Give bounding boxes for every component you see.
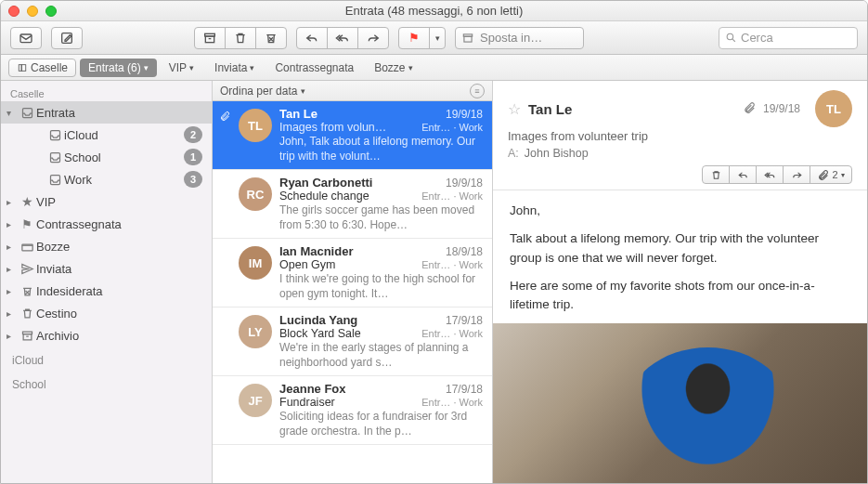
unread-badge: 2 [184,126,202,143]
unread-badge: 3 [184,171,202,188]
disclosure-icon[interactable]: ▸ [6,197,18,207]
message-header: ☆ Tan Le 19/9/18 TL Images from voluntee… [493,81,867,190]
inline-reply-all-button[interactable] [756,165,784,184]
sender-name: Ryan Carbonetti [279,176,446,190]
disclosure-icon[interactable]: ▸ [6,286,18,296]
mailbox-label: Archivio [36,329,202,343]
fav-vip[interactable]: VIP ▾ [161,59,202,77]
minimize-window-button[interactable] [27,6,38,17]
filter-icon[interactable]: ≡ [470,84,485,98]
fav-sent[interactable]: Inviata ▾ [206,59,263,77]
mailbox-label: Contrassegnata [36,217,202,231]
sidebar-item-vip[interactable]: ▸★VIP [1,190,212,213]
disclosure-icon[interactable]: ▸ [6,308,18,319]
message-row[interactable]: LYLucinda Yang17/9/18Block Yard SaleEntr… [213,307,492,376]
svg-rect-0 [20,34,32,43]
disclosure-icon[interactable]: ▸ [6,242,18,252]
message-row[interactable]: IMIan Macnider18/9/18Open GymEntr… · Wor… [213,239,492,307]
inline-attachments-button[interactable]: 2▾ [810,165,852,184]
attachment-indicator [218,244,231,301]
sidebar-item-school[interactable]: School1 [1,146,212,168]
sender-avatar: LY [239,315,272,348]
unread-badge: 1 [184,149,202,165]
body-paragraph: Talk about a lifelong memory. Our trip w… [510,229,850,268]
message-row[interactable]: JFJeanne Fox17/9/18FundraiserEntr… · Wor… [213,376,492,445]
sender-avatar: RC [239,177,272,211]
attachment-indicator [218,313,231,370]
attachment-indicator [218,176,231,232]
sidebar-item-indesiderata[interactable]: ▸Indesiderata [1,280,212,302]
message-date: 18/9/18 [446,245,483,258]
reply-button[interactable] [296,27,328,49]
message-meta: Entr… · Work [421,328,483,339]
forward-button[interactable] [357,27,389,49]
reply-all-button[interactable] [327,27,358,49]
reader-date: 19/9/18 [763,102,800,115]
mailboxes-toggle[interactable]: Caselle [8,59,76,77]
star-icon[interactable]: ☆ [508,100,521,118]
get-mail-button[interactable] [10,27,42,49]
archive-button[interactable] [194,27,226,49]
delete-button[interactable] [225,27,256,49]
junk-button[interactable] [255,27,287,49]
reader-avatar: TL [815,90,852,127]
mailbox-label: Bozze [36,240,202,254]
inline-forward-button[interactable] [783,165,810,184]
mailbox-label: Work [64,173,184,187]
message-subject: Images from volun… [279,121,421,134]
message-meta: Entr… · Work [421,397,483,408]
mailbox-icon: ⚑ [18,217,36,231]
toolbar: ⚑ ▾ Sposta in… Cerca [1,21,867,55]
fav-inbox[interactable]: Entrata (6) ▾ [80,59,157,77]
disclosure-icon[interactable]: ▾ [6,108,18,118]
disclosure-icon[interactable]: ▸ [6,331,18,341]
attachment-indicator [218,382,231,438]
sidebar-item-icloud[interactable]: iCloud2 [1,124,212,146]
compose-button[interactable] [51,27,83,49]
window-title: Entrata (48 messaggi, 6 non letti) [1,4,867,18]
sender-avatar: IM [239,246,272,280]
reader-subject: Images from volunteer trip [508,129,852,143]
sender-avatar: JF [239,384,272,417]
flag-button[interactable]: ⚑ [398,27,430,49]
message-preview: I think we're going to the high school f… [279,271,483,301]
sidebar-item-entrata[interactable]: ▾Entrata [1,101,212,124]
window-controls [8,6,57,17]
message-preview: We're in the early stages of planning a … [279,340,483,370]
mailbox-label: VIP [36,195,202,209]
sidebar-item-cestino[interactable]: ▸Cestino [1,302,212,324]
inline-delete-button[interactable] [702,165,730,184]
message-row[interactable]: RCRyan Carbonetti19/9/18Schedule changeE… [213,170,492,239]
attachment-image[interactable] [493,323,867,484]
account-school[interactable]: School [1,371,212,395]
sender-name: Tan Le [279,107,446,121]
sidebar-item-archivio[interactable]: ▸Archivio [1,324,212,347]
message-preview: The girls soccer game has been moved fro… [279,203,483,232]
mailbox-icon [18,284,36,298]
to-label: A: [508,147,519,160]
message-subject: Block Yard Sale [279,327,421,340]
sidebar-item-inviata[interactable]: ▸Inviata [1,257,212,280]
message-row[interactable]: TLTan Le19/9/18Images from volun…Entr… ·… [213,101,492,170]
disclosure-icon[interactable]: ▸ [6,219,18,229]
favorites-bar: Caselle Entrata (6) ▾ VIP ▾ Inviata ▾ Co… [1,55,867,81]
fav-drafts[interactable]: Bozze ▾ [366,59,421,77]
inline-reply-button[interactable] [729,165,757,184]
sidebar-item-contrassegnata[interactable]: ▸⚑Contrassegnata [1,213,212,235]
sidebar-item-work[interactable]: Work3 [1,168,212,190]
sidebar-item-bozze[interactable]: ▸Bozze [1,235,212,257]
sender-name: Jeanne Fox [279,382,446,396]
message-list: Ordina per data ▾ ≡ TLTan Le19/9/18Image… [213,81,493,484]
mailbox-icon [45,173,64,187]
message-date: 19/9/18 [446,108,483,121]
close-window-button[interactable] [8,6,19,17]
attachment-indicator [218,107,231,164]
account-icloud[interactable]: iCloud [1,347,212,371]
search-input[interactable]: Cerca [719,27,858,49]
fav-flagged[interactable]: Contrassegnata [266,59,362,77]
sort-bar[interactable]: Ordina per data ▾ ≡ [213,81,492,101]
flag-menu-button[interactable]: ▾ [429,27,446,49]
disclosure-icon[interactable]: ▸ [6,264,18,274]
move-to-dropdown[interactable]: Sposta in… [455,27,584,49]
zoom-window-button[interactable] [45,6,57,17]
